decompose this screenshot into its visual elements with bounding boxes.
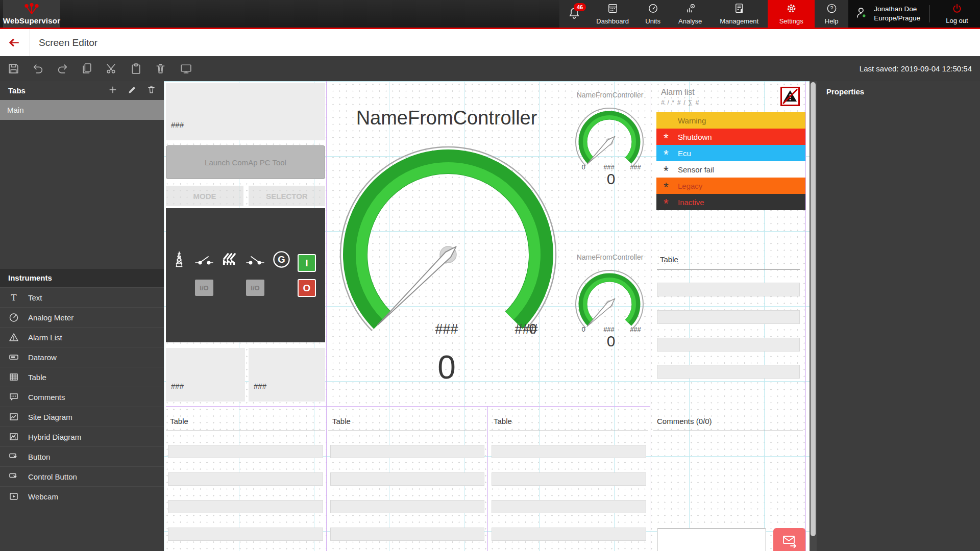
site-diagram-widget[interactable]: G I O I/O I/O: [166, 208, 325, 342]
delete-button[interactable]: [154, 62, 167, 75]
nav-item-units[interactable]: Units: [636, 0, 670, 28]
text-widget[interactable]: ###: [166, 348, 245, 402]
edit-tab-button[interactable]: [127, 85, 138, 96]
small-analog-gauge[interactable]: [572, 102, 648, 173]
factory-icon: [221, 250, 238, 269]
page-header: Screen Editor: [0, 29, 980, 56]
logout-button[interactable]: Log out: [939, 3, 975, 24]
tab-item-main[interactable]: Main: [0, 100, 164, 120]
table-rule: [166, 431, 325, 431]
instrument-hybrid-diagram[interactable]: Hybrid Diagram: [0, 427, 164, 446]
selector-button[interactable]: SELECTOR: [249, 186, 325, 206]
comment-input[interactable]: [657, 528, 766, 551]
instruments-panel: Instruments T Text Analog Meter Alarm Li…: [0, 269, 164, 506]
alarm-row[interactable]: Warning: [656, 112, 805, 129]
instrument-table[interactable]: Table: [0, 367, 164, 387]
alarm-row[interactable]: * Inactive: [656, 194, 805, 210]
nav-item-analyse[interactable]: Analyse: [670, 0, 710, 28]
io-button[interactable]: I/O: [195, 280, 213, 296]
analyse-icon: [684, 3, 696, 16]
small-gauge-value: 0: [591, 333, 631, 350]
editor-canvas[interactable]: ### Launch ComAp PC Tool MODE SELECTOR: [164, 81, 810, 551]
small-gauge-max: ###: [623, 163, 648, 171]
management-icon: [733, 3, 745, 16]
alarm-label: Warning: [678, 116, 706, 125]
button-icon: [7, 451, 20, 462]
webcam-icon: [7, 491, 20, 502]
table-row: [330, 445, 484, 458]
main-analog-gauge[interactable]: [334, 138, 564, 339]
table-row: [330, 528, 484, 541]
nav-item-dashboard[interactable]: Dashboard: [589, 0, 636, 28]
instrument-button[interactable]: Button: [0, 446, 164, 466]
instrument-site-diagram[interactable]: Site Diagram: [0, 407, 164, 427]
table-icon: [7, 371, 20, 383]
table-title: Table: [170, 417, 188, 425]
alarm-row[interactable]: * Legacy: [656, 178, 805, 194]
add-tab-button[interactable]: [108, 85, 119, 96]
notifications-button[interactable]: 46: [559, 0, 589, 28]
instrument-analog-meter[interactable]: Analog Meter: [0, 307, 164, 327]
alarm-star: *: [664, 163, 674, 179]
nav-cluster: 46 Dashboard Units: [559, 0, 980, 28]
io-button[interactable]: I/O: [246, 280, 264, 296]
table-row: [330, 472, 484, 486]
preview-button[interactable]: [180, 62, 192, 75]
mode-button[interactable]: MODE: [166, 186, 243, 206]
alarm-list-subtitle: # / * # / ∑ #: [661, 99, 699, 106]
instrument-text[interactable]: T Text: [0, 287, 164, 307]
back-button[interactable]: [7, 36, 20, 49]
send-comment-button[interactable]: [773, 528, 805, 551]
user-avatar-icon[interactable]: [855, 6, 869, 21]
alarm-ack-icon[interactable]: [780, 87, 800, 106]
text-placeholder: ###: [254, 382, 266, 390]
alarm-row[interactable]: * Sensor fail: [656, 161, 805, 178]
brand-logo[interactable]: WebSupervisor: [3, 0, 60, 28]
user-info[interactable]: Jonathan Doe Europe/Prague: [874, 5, 920, 22]
nav-item-settings[interactable]: Settings: [768, 0, 815, 28]
text-widget[interactable]: ###: [249, 348, 325, 402]
instrument-webcam[interactable]: Webcam: [0, 486, 164, 506]
scrollbar-thumb[interactable]: [811, 82, 816, 536]
redo-button[interactable]: [56, 62, 69, 75]
alarm-row[interactable]: * Ecu: [656, 145, 805, 161]
gauge-icon: [647, 3, 659, 16]
launch-comap-button[interactable]: Launch ComAp PC Tool: [166, 145, 325, 179]
power-icon: [951, 3, 963, 16]
alarm-label: Sensor fail: [678, 165, 714, 174]
text-placeholder: ###: [171, 382, 184, 390]
canvas-scrollbar: [810, 81, 817, 551]
instrument-comments[interactable]: Comments: [0, 387, 164, 407]
breaker-open-icon: [195, 255, 213, 267]
cut-button[interactable]: [105, 62, 118, 75]
copy-button[interactable]: [81, 62, 93, 75]
table-rule: [489, 431, 648, 431]
table-row: [492, 500, 646, 513]
breaker-open-icon: [246, 255, 264, 267]
text-widget[interactable]: ###: [166, 83, 325, 140]
tabs-panel-title: Tabs: [8, 81, 26, 100]
table-rule: [328, 431, 486, 431]
breaker-open-button[interactable]: O: [298, 279, 316, 297]
nav-item-management[interactable]: Management: [710, 0, 768, 28]
small-analog-gauge[interactable]: [572, 264, 648, 335]
pylon-icon: [173, 249, 186, 271]
undo-button[interactable]: [32, 62, 44, 75]
alarm-star: *: [664, 180, 674, 195]
instrument-datarow[interactable]: Datarow: [0, 347, 164, 367]
instrument-alarm-list[interactable]: Alarm List: [0, 327, 164, 347]
nav-item-help[interactable]: ? Help: [815, 0, 848, 28]
breaker-close-button[interactable]: I: [298, 254, 316, 272]
alarm-row[interactable]: * Shutdown: [656, 129, 805, 145]
small-gauge-max: ###: [623, 325, 648, 333]
alarm-star: *: [664, 131, 674, 146]
paste-button[interactable]: [130, 62, 142, 75]
header-divider: [30, 29, 30, 56]
instrument-control-button[interactable]: Control Button: [0, 466, 164, 486]
alarm-rows: Warning * Shutdown * Ecu * Sensor fail *…: [656, 112, 805, 210]
delete-tab-button[interactable]: [146, 85, 158, 96]
table-row: [492, 445, 646, 458]
save-button[interactable]: [7, 62, 20, 75]
last-saved-status: Last saved: 2019-09-04 12:50:54: [860, 56, 972, 81]
nav-item-label: Help: [825, 17, 839, 25]
